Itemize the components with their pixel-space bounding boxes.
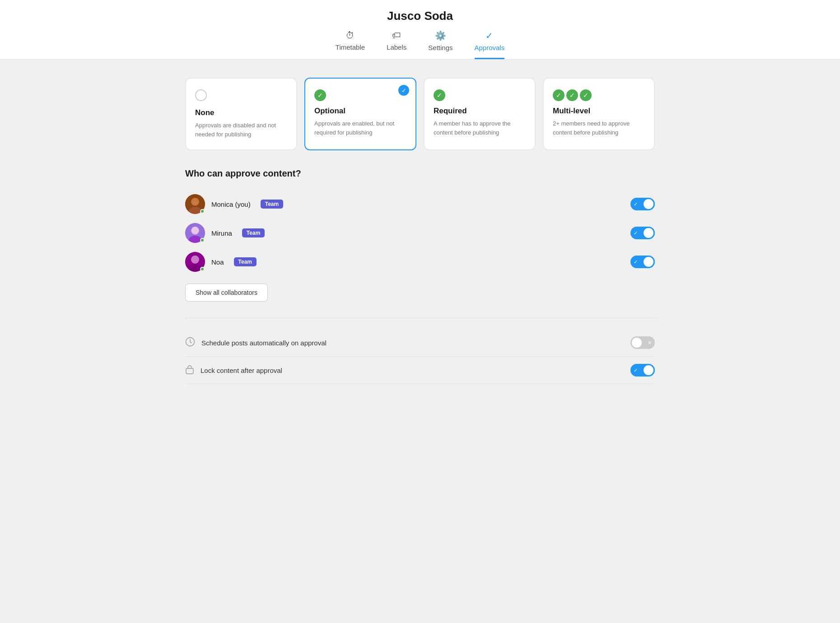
setting-left-lock: Lock content after approval bbox=[185, 364, 282, 377]
settings-section: Schedule posts automatically on approval… bbox=[185, 318, 655, 384]
toggle-circle-sched bbox=[632, 338, 642, 348]
approval-card-optional[interactable]: ✓ ✓ Optional Approvals are enabled, but … bbox=[304, 78, 416, 150]
approvals-icon: ✓ bbox=[485, 30, 493, 41]
collaborators-list: Monica (you) Team ✓ bbox=[185, 190, 655, 276]
collaborator-left-miruna: Miruna Team bbox=[185, 223, 265, 243]
clock-icon bbox=[185, 337, 195, 349]
optional-title: Optional bbox=[314, 107, 406, 116]
toggle-check-icon-3: ✓ bbox=[634, 259, 638, 265]
setting-row-schedule: Schedule posts automatically on approval… bbox=[185, 329, 655, 357]
collaborator-name-miruna: Miruna bbox=[211, 229, 232, 237]
team-badge-miruna: Team bbox=[242, 228, 265, 237]
timetable-icon: ⏱ bbox=[345, 30, 355, 41]
svg-point-3 bbox=[191, 198, 199, 205]
collaborator-name-monica: Monica (you) bbox=[211, 200, 251, 208]
required-icon: ✓ bbox=[434, 89, 526, 101]
page-header: Jusco Soda ⏱ Timetable 🏷 Labels ⚙️ Setti… bbox=[0, 0, 840, 60]
collaborator-row-miruna: Miruna Team ✓ bbox=[185, 219, 655, 247]
online-dot-miruna bbox=[200, 238, 205, 242]
collaborator-row-noa: Noa Team ✓ bbox=[185, 247, 655, 276]
toggle-circle-lock bbox=[644, 365, 653, 375]
setting-row-lock: Lock content after approval ✓ bbox=[185, 357, 655, 384]
lock-icon bbox=[185, 364, 194, 377]
tab-labels[interactable]: 🏷 Labels bbox=[387, 30, 406, 59]
collaborator-name-noa: Noa bbox=[211, 258, 224, 266]
toggle-circle-3 bbox=[644, 257, 653, 267]
toggle-monica[interactable]: ✓ bbox=[630, 198, 655, 210]
tab-approvals[interactable]: ✓ Approvals bbox=[475, 30, 505, 59]
required-desc: A member has to approve the content befo… bbox=[434, 119, 526, 137]
setting-left-schedule: Schedule posts automatically on approval bbox=[185, 337, 327, 349]
none-desc: Approvals are disabled and not needed fo… bbox=[195, 121, 287, 139]
toggle-circle-2 bbox=[644, 228, 653, 238]
none-title: None bbox=[195, 108, 287, 117]
optional-icon: ✓ bbox=[314, 89, 406, 101]
who-can-approve-section: Who can approve content? bbox=[185, 168, 655, 302]
multilevel-title: Multi-level bbox=[553, 107, 645, 116]
schedule-label: Schedule posts automatically on approval bbox=[201, 339, 327, 347]
collaborator-left-noa: Noa Team bbox=[185, 252, 257, 272]
avatar-wrap-monica bbox=[185, 194, 205, 214]
online-dot-noa bbox=[200, 267, 205, 271]
toggle-lock[interactable]: ✓ bbox=[630, 364, 655, 377]
required-title: Required bbox=[434, 107, 526, 116]
avatar-wrap-noa bbox=[185, 252, 205, 272]
toggle-check-icon: ✓ bbox=[634, 201, 638, 207]
toggle-noa[interactable]: ✓ bbox=[630, 256, 655, 268]
svg-point-7 bbox=[191, 227, 199, 234]
tab-bar: ⏱ Timetable 🏷 Labels ⚙️ Settings ✓ Appro… bbox=[0, 30, 840, 59]
selected-check-icon: ✓ bbox=[398, 85, 409, 96]
multilevel-icon: ✓ ✓ ✓ bbox=[553, 89, 645, 101]
tab-settings[interactable]: ⚙️ Settings bbox=[428, 30, 453, 59]
toggle-x-icon: ✕ bbox=[648, 340, 652, 346]
approval-card-multilevel[interactable]: ✓ ✓ ✓ Multi-level 2+ members need to app… bbox=[543, 78, 655, 150]
none-icon bbox=[195, 89, 287, 103]
toggle-schedule[interactable]: ✕ bbox=[630, 336, 655, 349]
approval-cards-grid: None Approvals are disabled and not need… bbox=[185, 78, 655, 150]
svg-rect-13 bbox=[186, 368, 193, 374]
approval-card-none[interactable]: None Approvals are disabled and not need… bbox=[185, 78, 297, 150]
team-badge-noa: Team bbox=[234, 257, 257, 266]
toggle-check-icon-2: ✓ bbox=[634, 230, 638, 236]
optional-desc: Approvals are enabled, but not required … bbox=[314, 119, 406, 137]
lock-label: Lock content after approval bbox=[201, 367, 282, 374]
labels-icon: 🏷 bbox=[392, 30, 401, 41]
svg-point-11 bbox=[191, 256, 199, 263]
online-dot-monica bbox=[200, 209, 205, 214]
settings-icon: ⚙️ bbox=[435, 30, 446, 41]
show-all-collaborators-button[interactable]: Show all collaborators bbox=[185, 284, 268, 302]
toggle-check-icon-lock: ✓ bbox=[634, 367, 638, 373]
section-title-who: Who can approve content? bbox=[185, 168, 655, 179]
multilevel-desc: 2+ members need to approve content befor… bbox=[553, 119, 645, 137]
toggle-circle bbox=[644, 199, 653, 209]
collaborator-left-monica: Monica (you) Team bbox=[185, 194, 283, 214]
avatar-wrap-miruna bbox=[185, 223, 205, 243]
collaborator-row-monica: Monica (you) Team ✓ bbox=[185, 190, 655, 219]
team-badge-monica: Team bbox=[261, 200, 283, 209]
approval-card-required[interactable]: ✓ Required A member has to approve the c… bbox=[424, 78, 536, 150]
tab-timetable[interactable]: ⏱ Timetable bbox=[336, 30, 365, 59]
toggle-miruna[interactable]: ✓ bbox=[630, 227, 655, 239]
page-title: Jusco Soda bbox=[0, 9, 840, 23]
main-content: None Approvals are disabled and not need… bbox=[172, 60, 668, 402]
